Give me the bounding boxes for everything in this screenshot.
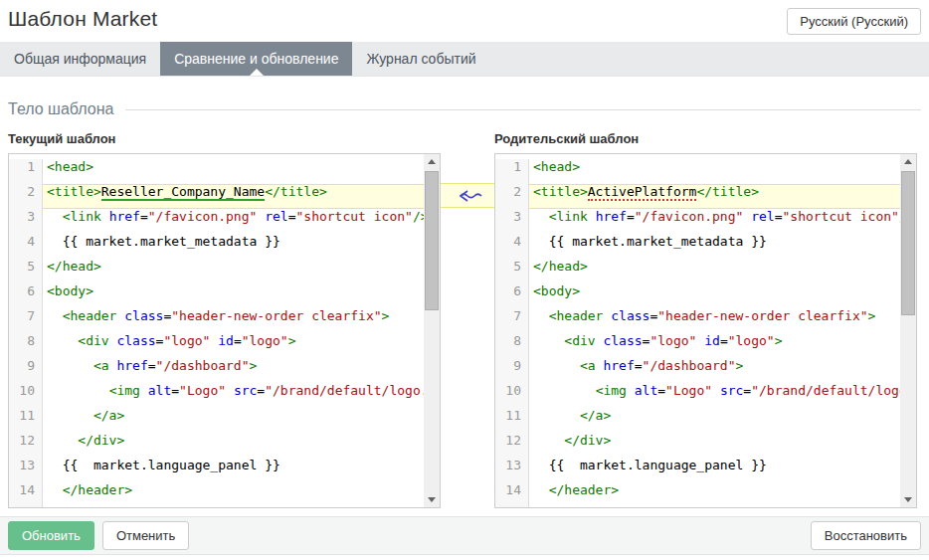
active-tab-notch xyxy=(250,69,264,76)
code-text: </div> xyxy=(43,433,440,458)
scroll-up-icon[interactable] xyxy=(900,154,916,170)
merge-copy-left-arrow-icon[interactable] xyxy=(459,190,482,202)
line-number: 7 xyxy=(9,308,43,333)
code-line: 14 </header> xyxy=(495,482,916,507)
code-text: <head> xyxy=(43,159,440,184)
triangle-up-icon xyxy=(428,159,436,164)
line-number: 3 xyxy=(495,209,529,234)
update-button[interactable]: Обновить xyxy=(8,521,94,550)
line-number: 2 xyxy=(9,184,43,209)
parent-template-pane: Родительский шаблон 1<head>2<title>Activ… xyxy=(494,131,917,508)
tab-label: Журнал событий xyxy=(366,51,475,67)
code-text: <div class="logo" id="logo"> xyxy=(43,333,440,358)
code-line: 8 <div class="logo" id="logo"> xyxy=(9,333,440,358)
code-line: 14 </header> xyxy=(9,482,440,507)
code-line: 5</head> xyxy=(9,259,440,283)
code-line: 3 <link href="/favicon.png" rel="shortcu… xyxy=(495,209,916,234)
line-number: 9 xyxy=(495,358,529,383)
cancel-button[interactable]: Отменить xyxy=(102,521,189,550)
page-title: Шаблон Market xyxy=(8,7,157,31)
line-number: 3 xyxy=(9,209,43,234)
code-text: <link href="/favicon.png" rel="shortcut … xyxy=(529,209,916,234)
code-line: 13 {{ market.language_panel }} xyxy=(495,458,916,482)
code-line: 11 </a> xyxy=(495,408,916,433)
tab-label: Сравнение и обновление xyxy=(174,51,338,67)
tab-event-log[interactable]: Журнал событий xyxy=(352,42,489,76)
parent-template-label: Родительский шаблон xyxy=(494,131,917,151)
line-number: 11 xyxy=(495,408,529,433)
code-text: <head> xyxy=(529,159,916,184)
line-number: 8 xyxy=(9,333,43,358)
code-line: 9 <a href="/dashboard"> xyxy=(9,358,440,383)
vertical-scrollbar[interactable] xyxy=(900,154,916,507)
current-template-editor[interactable]: 1<head>2<title>Reseller_Company_Name</ti… xyxy=(8,153,441,508)
line-number: 4 xyxy=(495,234,529,259)
line-number: 12 xyxy=(495,433,529,458)
code-text: </a> xyxy=(43,408,440,433)
merge-gutter xyxy=(441,153,494,508)
code-text: <title>Reseller_Company_Name</title> xyxy=(43,184,440,209)
restore-button[interactable]: Восстановить xyxy=(811,521,921,550)
code-text: </a> xyxy=(529,408,916,433)
scrollbar-thumb[interactable] xyxy=(901,171,915,315)
tab-compare-update[interactable]: Сравнение и обновление xyxy=(160,42,352,76)
code-line: 4 {{ market.market_metadata }} xyxy=(495,234,916,259)
parent-template-editor[interactable]: 1<head>2<title>ActivePlatform</title>3 <… xyxy=(494,153,917,508)
code-line: 7 <header class="header-new-order clearf… xyxy=(495,308,916,333)
line-number: 6 xyxy=(495,283,529,308)
language-button[interactable]: Русский (Русский) xyxy=(787,8,921,35)
vertical-scrollbar[interactable] xyxy=(424,154,440,507)
line-number: 1 xyxy=(9,159,43,184)
code-text: {{ market.language_panel }} xyxy=(43,458,440,482)
code-line: 12 </div> xyxy=(9,433,440,458)
code-line: 6<body> xyxy=(495,283,916,308)
code-line: 13 {{ market.language_panel }} xyxy=(9,458,440,482)
tab-label: Общая информация xyxy=(14,51,146,67)
code-text: {{ market.market_metadata }} xyxy=(529,234,916,259)
line-number: 14 xyxy=(495,482,529,507)
tab-general-info[interactable]: Общая информация xyxy=(0,42,160,76)
code-line: 4 {{ market.market_metadata }} xyxy=(9,234,440,259)
line-number: 5 xyxy=(9,259,43,283)
code-line: 10 <img alt="Logo" src="/brand/default/l… xyxy=(495,383,916,408)
page-header: Шаблон Market Русский (Русский) xyxy=(0,0,929,42)
scrollbar-thumb[interactable] xyxy=(425,171,439,310)
tabs-bar: Общая информация Сравнение и обновление … xyxy=(0,42,929,77)
scroll-down-icon[interactable] xyxy=(900,491,916,507)
code-text: </header> xyxy=(43,482,440,507)
code-line: 6<body> xyxy=(9,283,440,308)
code-text: <link href="/favicon.png" rel="shortcut … xyxy=(43,209,440,234)
code-text: </head> xyxy=(529,259,916,283)
line-number: 4 xyxy=(9,234,43,259)
code-line: 9 <a href="/dashboard"> xyxy=(495,358,916,383)
merge-view: Текущий шаблон 1<head>2<title>Reseller_C… xyxy=(0,131,929,508)
code-text: <header class="header-new-order clearfix… xyxy=(529,308,916,333)
code-line: 12 </div> xyxy=(495,433,916,458)
line-number: 2 xyxy=(495,184,529,209)
code-line: 1<head> xyxy=(9,159,440,184)
code-text: {{ market.language_panel }} xyxy=(529,458,916,482)
code-text: {{ market.market_metadata }} xyxy=(43,234,440,259)
code-text: <a href="/dashboard"> xyxy=(43,358,440,383)
code-line: 2<title>ActivePlatform</title> xyxy=(495,184,916,209)
code-line: 11 </a> xyxy=(9,408,440,433)
code-line: 10 <img alt="Logo" src="/brand/default/l… xyxy=(9,383,440,408)
code-text: </head> xyxy=(43,259,440,283)
line-number: 14 xyxy=(9,482,43,507)
current-template-pane: Текущий шаблон 1<head>2<title>Reseller_C… xyxy=(8,131,441,508)
code-text: <img alt="Logo" src="/brand/default/logo… xyxy=(43,383,441,408)
line-number: 6 xyxy=(9,283,43,308)
code-line: 2<title>Reseller_Company_Name</title> xyxy=(9,184,440,209)
scroll-down-icon[interactable] xyxy=(424,491,440,507)
action-bar: Обновить Отменить Восстановить xyxy=(0,516,929,555)
code-text: <body> xyxy=(529,283,916,308)
code-text: <header class="header-new-order clearfix… xyxy=(43,308,440,333)
code-text: <img alt="Logo" src="/brand/default/logo… xyxy=(529,383,917,408)
merge-chunk-band xyxy=(441,183,494,208)
current-template-label: Текущий шаблон xyxy=(8,131,441,151)
line-number: 9 xyxy=(9,358,43,383)
line-number: 1 xyxy=(495,159,529,184)
line-number: 10 xyxy=(495,383,529,408)
scroll-up-icon[interactable] xyxy=(424,154,440,170)
triangle-up-icon xyxy=(904,159,912,164)
